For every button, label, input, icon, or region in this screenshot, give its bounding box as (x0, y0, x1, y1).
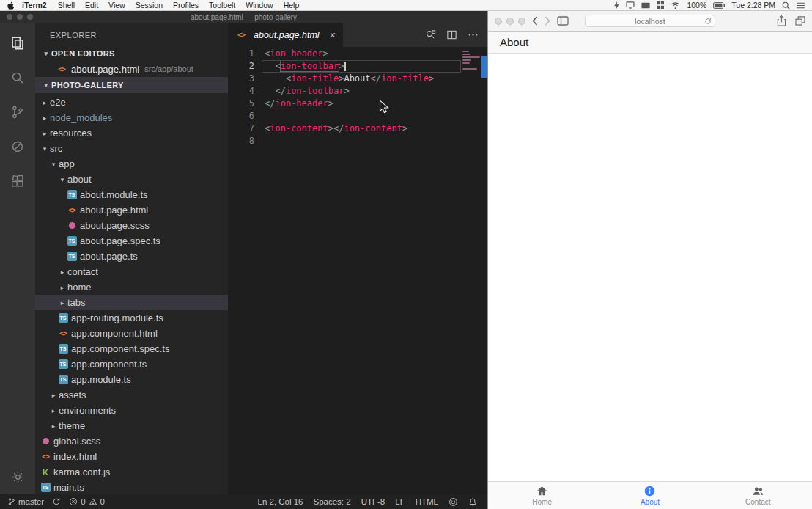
tree-folder-home[interactable]: ▸home (35, 279, 228, 295)
line-content: </ion-toolbar> (254, 85, 350, 98)
menu-toolbelt[interactable]: Toolbelt (209, 1, 235, 10)
code-line-1[interactable]: 1<ion-header> (228, 48, 461, 60)
open-editor-entry[interactable]: <> about.page.html src/app/about (35, 61, 228, 77)
language-mode-indicator[interactable]: HTML (416, 497, 438, 506)
code-line-4[interactable]: 4 </ion-toolbar> (228, 85, 461, 98)
wifi-icon (671, 1, 680, 9)
eol-indicator[interactable]: LF (395, 497, 405, 506)
code-lines[interactable]: 1<ion-header>2 <ion-toolbar>3 <ion-title… (228, 47, 461, 494)
menu-edit[interactable]: Edit (85, 1, 98, 10)
back-button[interactable] (532, 16, 538, 26)
zoom-window-button[interactable] (518, 18, 525, 25)
window-controls[interactable] (7, 14, 33, 20)
feedback-smiley-icon[interactable] (449, 497, 458, 507)
tree-folder-contact[interactable]: ▸contact (35, 264, 228, 279)
tab-overview-icon[interactable] (795, 16, 805, 26)
tree-folder-app[interactable]: ▾app (35, 156, 228, 172)
tree-file-about-page-html[interactable]: <>about.page.html (35, 202, 228, 218)
tab-about[interactable]: About (596, 482, 704, 509)
html-file-icon: <> (40, 453, 51, 461)
vscode-titlebar[interactable]: about.page.html — photo-gallery (0, 11, 487, 23)
tree-folder-node-modules[interactable]: ▸node_modules (35, 110, 228, 125)
menu-app-name[interactable]: iTerm2 (22, 1, 47, 10)
tab-title: about.page.html (254, 30, 320, 40)
split-editor-icon[interactable] (446, 29, 457, 40)
settings-gear-icon[interactable] (0, 460, 35, 494)
extensions-icon[interactable] (0, 164, 35, 198)
tree-file-app-component-html[interactable]: <>app.component.html (35, 326, 228, 341)
close-window-button[interactable] (495, 18, 502, 25)
tree-folder-e2e[interactable]: ▸e2e (35, 95, 228, 110)
encoding-indicator[interactable]: UTF-8 (361, 497, 385, 506)
tree-file-about-page-ts[interactable]: TSabout.page.ts (35, 249, 228, 264)
code-line-5[interactable]: 5</ion-header> (228, 98, 461, 110)
tree-file-app-module-ts[interactable]: TSapp.module.ts (35, 372, 228, 387)
tree-folder-resources[interactable]: ▸resources (35, 125, 228, 141)
close-window-button[interactable] (7, 14, 12, 20)
menu-shell[interactable]: Shell (58, 1, 75, 10)
notification-center-icon[interactable] (797, 2, 805, 9)
line-number: 1 (228, 48, 254, 60)
tab-contact[interactable]: Contact (704, 482, 812, 509)
menu-session[interactable]: Session (136, 1, 163, 10)
tree-folder-environments[interactable]: ▸environments (35, 403, 228, 418)
tree-file-about-page-scss[interactable]: about.page.scss (35, 218, 228, 233)
problems-indicator[interactable]: 0 0 (69, 497, 105, 506)
line-number: 5 (228, 98, 254, 110)
project-root-header[interactable]: ▾ PHOTO-GALLERY (35, 77, 228, 93)
minimize-window-button[interactable] (17, 14, 23, 20)
git-branch-indicator[interactable]: master (7, 497, 44, 506)
tree-file-index-html[interactable]: <>index.html (35, 449, 228, 464)
code-line-2[interactable]: 2 <ion-toolbar> (228, 60, 461, 73)
tree-file-app-component-spec-ts[interactable]: TSapp.component.spec.ts (35, 341, 228, 356)
indentation-indicator[interactable]: Spaces: 2 (314, 497, 351, 506)
minimap[interactable] (461, 47, 487, 494)
minimize-window-button[interactable] (506, 18, 514, 25)
tree-file-global-scss[interactable]: global.scss (35, 433, 228, 449)
reload-icon[interactable] (704, 18, 712, 25)
cursor-position-indicator[interactable]: Ln 2, Col 16 (258, 497, 303, 506)
explorer-icon[interactable] (0, 26, 35, 60)
sidebar-toggle-icon[interactable] (557, 16, 569, 26)
code-line-8[interactable]: 8 (228, 135, 461, 147)
tree-file-main-ts[interactable]: TSmain.ts (35, 480, 228, 494)
tree-folder-assets[interactable]: ▸assets (35, 387, 228, 403)
tree-file-karma-conf-js[interactable]: Kkarma.conf.js (35, 464, 228, 480)
tree-item-label: about.page.html (80, 205, 148, 216)
menu-help[interactable]: Help (284, 1, 300, 10)
spotlight-icon[interactable] (782, 1, 790, 10)
search-icon[interactable] (0, 60, 35, 95)
search-editor-icon[interactable] (425, 29, 436, 40)
apple-menu-icon[interactable] (7, 1, 15, 10)
tree-file-about-page-spec-ts[interactable]: TSabout.page.spec.ts (35, 233, 228, 249)
code-line-6[interactable]: 6 (228, 110, 461, 122)
tab-home[interactable]: Home (488, 482, 596, 509)
notifications-bell-icon[interactable] (468, 497, 477, 507)
menu-profiles[interactable]: Profiles (173, 1, 199, 10)
chevron-collapsed-icon: ▸ (40, 130, 50, 137)
sync-button[interactable] (52, 497, 61, 506)
debug-icon[interactable] (0, 129, 35, 164)
menu-window[interactable]: Window (246, 1, 273, 10)
tree-file-app-routing-module-ts[interactable]: TSapp-routing.module.ts (35, 310, 228, 326)
tree-folder-src[interactable]: ▾src (35, 141, 228, 156)
address-bar[interactable]: localhost (585, 15, 715, 27)
tree-folder-tabs[interactable]: ▸tabs (35, 295, 228, 310)
zoom-window-button[interactable] (27, 14, 33, 20)
close-tab-icon[interactable]: × (330, 30, 336, 40)
window-controls[interactable] (495, 18, 525, 25)
tree-item-label: environments (59, 405, 116, 416)
tree-file-about-module-ts[interactable]: TSabout.module.ts (35, 187, 228, 202)
share-icon[interactable] (777, 15, 786, 26)
tree-file-app-component-ts[interactable]: TSapp.component.ts (35, 356, 228, 372)
more-actions-icon[interactable] (468, 29, 479, 40)
tree-folder-about[interactable]: ▾about (35, 172, 228, 187)
menu-view[interactable]: View (108, 1, 125, 10)
code-line-3[interactable]: 3 <ion-title>About</ion-title> (228, 73, 461, 85)
tree-folder-theme[interactable]: ▸theme (35, 418, 228, 433)
editor-tab-about-page-html[interactable]: <> about.page.html × (228, 23, 343, 47)
forward-button[interactable] (545, 16, 550, 26)
code-line-7[interactable]: 7<ion-content></ion-content> (228, 122, 461, 135)
open-editors-header[interactable]: ▾ OPEN EDITORS (35, 46, 228, 61)
source-control-icon[interactable] (0, 95, 35, 129)
